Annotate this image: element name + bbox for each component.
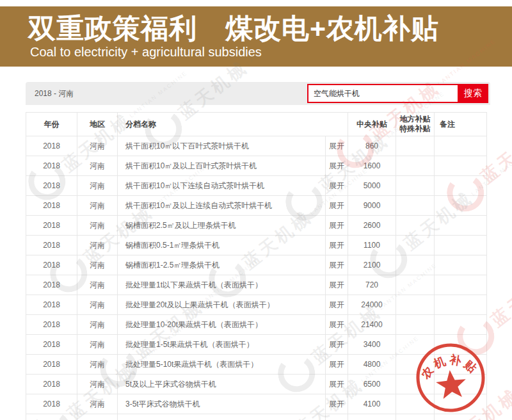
expand-cell: 展开 xyxy=(326,335,348,355)
col-remark: 备注 xyxy=(435,113,487,136)
category-name-cell: 3-5t平床式谷物烘干机 xyxy=(118,394,326,414)
category-name-cell: 批处理量10-20t果蔬烘干机（表面烘干） xyxy=(118,315,326,335)
category-name-cell[interactable]: 批处理量4t以下循环式谷物烘干机 xyxy=(118,414,326,420)
category-name-cell: 烘干面积10㎡以下连续自动式茶叶烘干机 xyxy=(118,176,326,196)
expand-link[interactable]: 展开 xyxy=(329,241,344,250)
col-central-subsidy: 中央补贴 xyxy=(348,113,396,136)
col-year: 年份 xyxy=(26,113,77,136)
table-row: 2018河南锅槽面积2.5㎡及以上理条烘干机展开2600 xyxy=(26,216,487,236)
local-subsidy-cell xyxy=(396,315,435,335)
region-cell: 河南 xyxy=(77,176,118,196)
remark-cell xyxy=(435,236,487,255)
col-region: 地区 xyxy=(77,113,118,136)
page: 双重政策福利 煤改电+农机补贴 Coal to electricity + ag… xyxy=(0,0,512,420)
year-cell: 2018 xyxy=(26,394,77,414)
col-local-subsidy: 地方补贴 特殊补贴 xyxy=(396,113,435,136)
central-subsidy-cell: 1100 xyxy=(348,236,396,255)
year-cell: 2018 xyxy=(26,136,77,156)
category-name-cell: 烘干面积10㎡及以上百叶式茶叶烘干机 xyxy=(118,156,326,176)
region-cell: 河南 xyxy=(77,315,118,335)
table-row: 2018河南烘干面积10㎡及以上连续自动式茶叶烘干机展开9000 xyxy=(26,196,487,216)
expand-link[interactable]: 展开 xyxy=(329,320,344,329)
expand-link[interactable]: 展开 xyxy=(329,181,344,190)
category-name-cell: 烘干面积10㎡以下百叶式茶叶烘干机 xyxy=(118,136,326,156)
year-cell: 2018 xyxy=(26,236,77,255)
region-cell: 河南 xyxy=(77,236,118,255)
year-cell: 2018 xyxy=(26,275,77,295)
category-name-cell: 批处理量1-5t果蔬烘干机（表面烘干） xyxy=(118,335,326,355)
table-row: 2018河南烘干面积10㎡及以上百叶式茶叶烘干机展开1600 xyxy=(26,156,487,176)
banner-title: 双重政策福利 煤改电+农机补贴 xyxy=(28,10,439,47)
expand-cell: 展开 xyxy=(326,315,348,335)
region-cell: 河南 xyxy=(77,335,118,355)
toolbar: 2018 - 河南 搜索 xyxy=(26,82,490,105)
year-cell: 2018 xyxy=(26,375,77,394)
expand-link[interactable]: 展开 xyxy=(329,340,344,349)
expand-link[interactable]: 展开 xyxy=(329,400,344,408)
expand-cell: 展开 xyxy=(326,156,348,176)
expand-cell: 展开 xyxy=(326,176,348,196)
expand-link[interactable]: 展开 xyxy=(329,300,344,309)
expand-cell: 展开 xyxy=(326,375,348,394)
local-subsidy-cell xyxy=(396,236,435,255)
remark-cell xyxy=(435,275,487,295)
expand-link[interactable]: 展开 xyxy=(329,141,344,150)
central-subsidy-cell: 5000 xyxy=(348,176,396,196)
expand-cell: 展开 xyxy=(326,216,348,236)
expand-link[interactable]: 展开 xyxy=(329,360,344,369)
region-cell: 河南 xyxy=(77,394,118,414)
table-row: 2018河南锅槽面积0.5-1㎡理条烘干机展开1100 xyxy=(26,236,487,255)
region-cell: 河南 xyxy=(77,136,118,156)
remark-cell xyxy=(435,136,487,156)
table-row: 2018河南烘干面积10㎡以下百叶式茶叶烘干机展开860 xyxy=(26,136,487,156)
expand-cell: 展开 xyxy=(326,275,348,295)
search-input[interactable] xyxy=(307,84,458,103)
col-name: 分档名称 xyxy=(118,113,348,136)
central-subsidy-cell: 3400 xyxy=(348,335,396,355)
year-cell: 2018 xyxy=(26,315,77,335)
expand-link[interactable]: 展开 xyxy=(329,201,344,210)
category-name-cell: 批处理量1t以下果蔬烘干机（表面烘干） xyxy=(118,275,326,295)
expand-cell: 展开 xyxy=(326,255,348,275)
search-bar: 搜索 xyxy=(307,84,488,103)
expand-cell: 展开 xyxy=(326,295,348,315)
expand-link[interactable]: 展开 xyxy=(329,280,344,289)
category-name-cell: 锅槽面积2.5㎡及以上理条烘干机 xyxy=(118,216,326,236)
search-button[interactable]: 搜索 xyxy=(458,84,488,103)
expand-link[interactable]: 展开 xyxy=(329,380,344,389)
expand-cell: 展开 xyxy=(326,136,348,156)
category-name-cell: 批处理量5-10t果蔬烘干机（表面烘干） xyxy=(118,355,326,375)
region-cell: 河南 xyxy=(77,255,118,275)
category-name-cell: 5t及以上平床式谷物烘干机 xyxy=(118,375,326,394)
expand-link[interactable]: 展开 xyxy=(329,161,344,170)
central-subsidy-cell: 21400 xyxy=(348,315,396,335)
expand-link[interactable]: 展开 xyxy=(329,221,344,230)
category-name-cell: 锅槽面积1-2.5㎡理条烘干机 xyxy=(118,255,326,275)
region-cell: 河南 xyxy=(77,216,118,236)
year-cell: 2018 xyxy=(26,196,77,216)
local-subsidy-cell xyxy=(396,216,435,236)
central-subsidy-cell: 2100 xyxy=(348,255,396,275)
central-subsidy-cell: 24000 xyxy=(348,295,396,315)
subsidy-stamp: 农机补贴 xyxy=(413,341,488,415)
local-subsidy-cell xyxy=(396,176,435,196)
year-cell: 2018 xyxy=(26,295,77,315)
central-subsidy-cell: 4100 xyxy=(348,394,396,414)
local-subsidy-cell xyxy=(396,275,435,295)
year-cell: 2018 xyxy=(26,414,77,420)
star-icon xyxy=(435,369,467,400)
expand-cell: 展开 xyxy=(326,196,348,216)
central-subsidy-cell: 2600 xyxy=(348,216,396,236)
central-subsidy-cell: 9000 xyxy=(348,196,396,216)
year-cell: 2018 xyxy=(26,255,77,275)
top-banner: 双重政策福利 煤改电+农机补贴 Coal to electricity + ag… xyxy=(0,6,512,67)
expand-cell: 展开 xyxy=(326,355,348,375)
remark-cell xyxy=(435,176,487,196)
table-row: 2018河南烘干面积10㎡以下连续自动式茶叶烘干机展开5000 xyxy=(26,176,487,196)
region-cell: 河南 xyxy=(77,375,118,394)
table-row: 2018河南批处理量20t及以上果蔬烘干机（表面烘干）展开24000 xyxy=(26,295,487,315)
local-subsidy-cell xyxy=(396,255,435,275)
expand-link[interactable]: 展开 xyxy=(329,261,344,270)
brand-watermark-text: 蓝天机械 xyxy=(486,263,512,332)
central-subsidy-cell: 1600 xyxy=(348,156,396,176)
